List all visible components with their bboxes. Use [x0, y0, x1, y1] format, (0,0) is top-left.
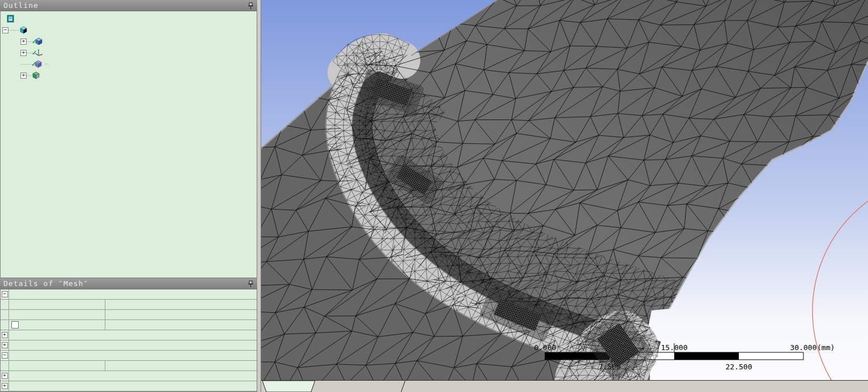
expand-icon[interactable]: +: [2, 342, 8, 348]
gutter-cell: −: [1, 289, 9, 299]
category-row-sizing[interactable]: +: [1, 330, 257, 340]
panel-splitter[interactable]: [257, 0, 261, 392]
property-name: [9, 300, 105, 309]
category-label: [9, 330, 257, 340]
outline-titlebar: Outline: [0, 0, 257, 11]
outline-tree: −+✓+✓✓+: [0, 11, 257, 278]
gutter-cell: [1, 320, 9, 330]
gutter-cell: −: [1, 351, 9, 360]
collapse-icon[interactable]: −: [2, 291, 8, 297]
property-value[interactable]: [105, 310, 257, 319]
category-label: [9, 340, 257, 350]
gutter-cell: +: [1, 340, 9, 350]
details-panel: Details of ″Mesh″ −++−++: [0, 278, 257, 392]
expand-icon[interactable]: +: [20, 50, 27, 56]
property-row-physics-preference: [1, 300, 257, 310]
category-row-advanced[interactable]: +: [1, 371, 257, 381]
project-icon: [6, 15, 17, 23]
tree-connector: [14, 29, 19, 31]
view-tabstrip: [261, 380, 868, 392]
check-icon: ✓: [32, 38, 37, 45]
tree-connector: [27, 75, 32, 76]
property-name: [9, 320, 105, 330]
relevance-checkbox[interactable]: [11, 321, 19, 329]
tree-item-label: [17, 18, 20, 19]
tree-item-mesh[interactable]: ✓: [1, 58, 257, 70]
expand-icon[interactable]: +: [2, 332, 8, 338]
property-value[interactable]: [105, 300, 257, 309]
tree-item-label: [45, 63, 48, 65]
property-name: [9, 310, 105, 319]
gutter-cell: [1, 300, 9, 309]
expand-icon[interactable]: +: [2, 373, 8, 379]
expand-icon[interactable]: +: [20, 73, 27, 79]
tree-item-project[interactable]: [1, 13, 257, 24]
gutter-cell: +: [1, 330, 9, 340]
category-label: [9, 371, 257, 381]
category-row-patch-conforming-options[interactable]: −: [1, 351, 257, 361]
tree-item-label: [45, 41, 49, 42]
tree-item-label: [45, 52, 49, 53]
tab-shapes: [261, 381, 868, 392]
expand-icon[interactable]: +: [2, 383, 8, 389]
tree-connector: [27, 41, 32, 42]
collapse-icon[interactable]: −: [2, 27, 8, 33]
category-label: [9, 381, 257, 391]
outline-panel: Outline −+✓+✓✓+: [0, 0, 257, 278]
pin-icon[interactable]: [248, 2, 254, 10]
details-titlebar: Details of ″Mesh″: [0, 278, 257, 289]
property-value[interactable]: [105, 320, 257, 330]
tree-connector: [20, 63, 31, 65]
check-icon: ✓: [32, 49, 37, 57]
property-name: [9, 361, 105, 370]
left-panel-column: Outline −+✓+✓✓+ Details of ″Mesh″ −++−++: [0, 0, 257, 392]
gutter-cell: [1, 361, 9, 370]
outline-title: Outline: [3, 0, 39, 11]
gutter-cell: +: [1, 371, 9, 381]
tree-item-named-selections[interactable]: +: [1, 70, 257, 81]
svg-text:(mm): (mm): [817, 343, 835, 352]
category-label: [9, 351, 257, 360]
property-row-solver-preference: [1, 310, 257, 320]
collapse-icon[interactable]: −: [2, 352, 8, 359]
gutter-cell: [1, 310, 9, 319]
3d-viewport[interactable]: 0.000 15.000 30.000 (mm) 7.500 22.500: [261, 0, 868, 380]
tree-connector: [27, 52, 32, 53]
tree-item-label: [42, 75, 46, 76]
gutter-cell: +: [1, 381, 9, 391]
category-label: [9, 289, 257, 299]
category-row-defeaturing[interactable]: +: [1, 381, 257, 391]
named-selections-icon: [32, 71, 42, 79]
expand-icon[interactable]: +: [20, 39, 27, 45]
tree-item-geometry[interactable]: +✓: [1, 36, 257, 47]
details-table: −++−++: [0, 289, 257, 392]
model-icon: [19, 26, 30, 34]
pin-icon[interactable]: [248, 280, 254, 288]
details-title: Details of ″Mesh″: [3, 278, 88, 289]
svg-text:30.000: 30.000: [790, 343, 817, 352]
graphics-column: 0.000 15.000 30.000 (mm) 7.500 22.500: [261, 0, 868, 392]
tree-item-model-b3-[interactable]: −: [1, 24, 257, 36]
mesh-scene: 0.000 15.000 30.000 (mm) 7.500 22.500: [261, 0, 868, 380]
property-row-relevance: [1, 320, 257, 330]
category-row-inflation[interactable]: +: [1, 340, 257, 351]
check-icon: ✓: [31, 61, 36, 68]
tree-item-label: [30, 29, 33, 31]
property-value[interactable]: [105, 361, 257, 370]
tree-connector: [8, 29, 14, 31]
tree-item-coordinate-systems[interactable]: +✓: [1, 47, 257, 58]
svg-text:15.000: 15.000: [661, 343, 688, 352]
category-row-defaults[interactable]: −: [1, 289, 257, 300]
property-row-triangle-surface-mesher: [1, 361, 257, 371]
svg-text:22.500: 22.500: [726, 363, 752, 371]
